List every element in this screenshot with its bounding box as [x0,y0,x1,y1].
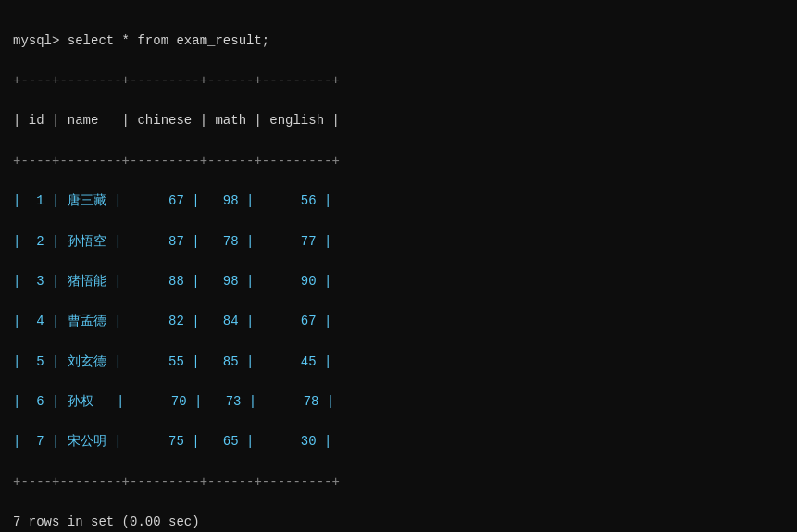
table1-row-3: | 4 | 曹孟德 | 82 | 84 | 67 | [13,314,331,328]
rowcount1: 7 rows in set (0.00 sec) [13,514,200,529]
terminal-output: mysql> select * from exam_result; +----+… [13,11,784,532]
table1-row-0: | 1 | 唐三藏 | 67 | 98 | 56 | [13,193,331,208]
table1-row-6: | 7 | 宋公明 | 75 | 65 | 30 | [13,434,331,449]
table1-row-2: | 3 | 猪悟能 | 88 | 98 | 90 | [13,274,331,289]
table1-row-5: | 6 | 孙权 | 70 | 73 | 78 | [13,394,334,409]
table1-header: | id | name | chinese | math | english | [13,113,340,128]
query1: mysql> select * from exam_result; [13,33,269,48]
table1-row-4: | 5 | 刘玄德 | 55 | 85 | 45 | [13,354,331,369]
table1-border-bot: +----+--------+---------+------+--------… [13,475,340,489]
table1-border-top: +----+--------+---------+------+--------… [13,73,340,88]
table1-row-1: | 2 | 孙悟空 | 87 | 78 | 77 | [13,234,331,249]
table1-border-mid: +----+--------+---------+------+--------… [13,154,340,168]
